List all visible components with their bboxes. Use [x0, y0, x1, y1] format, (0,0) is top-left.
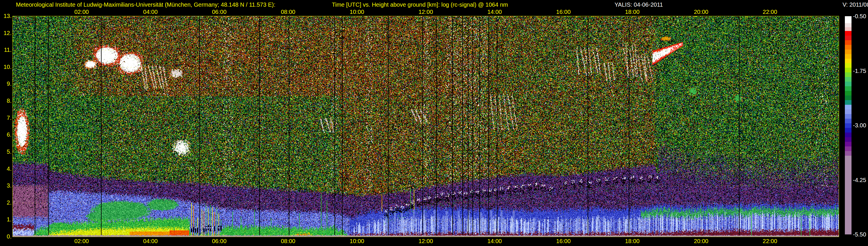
header-institute-title: Meteorological Institute of Ludwig-Maxim… [16, 1, 275, 8]
colorbar-segment [845, 72, 851, 77]
height-label: 12. [1, 30, 11, 36]
time-label-top: 12:00 [414, 9, 437, 16]
colorbar-segment [845, 110, 851, 114]
time-label-bottom: 12:00 [414, 238, 437, 245]
colorbar-segment [845, 86, 851, 91]
colorbar-segment [845, 31, 851, 36]
height-label: 9. [1, 81, 11, 87]
height-label: 3. [1, 182, 11, 189]
time-label-top: 06:00 [208, 9, 231, 16]
height-label: 0. [1, 233, 11, 240]
time-label-bottom: 14:00 [483, 238, 506, 245]
height-label: 7. [1, 115, 11, 121]
header-version: V: 2011/08/ [842, 1, 868, 8]
colorbar-segment [845, 50, 851, 54]
time-label-bottom: 04:00 [139, 238, 162, 245]
time-label-top: 18:00 [621, 9, 644, 16]
colorbar-segment [845, 91, 851, 95]
time-label-bottom: 08:00 [277, 238, 300, 245]
colorbar-segment [845, 45, 851, 50]
colorbar-segment [845, 114, 851, 119]
colorbar-segment [845, 151, 851, 156]
height-label: 4. [1, 165, 11, 172]
colorbar-segment [845, 68, 851, 72]
header-plot-title: Time [UTC] vs. Height above ground [km]:… [332, 1, 508, 8]
time-label-top: 20:00 [689, 9, 713, 16]
colorbar-segment [845, 156, 851, 235]
colorbar-segment [845, 16, 851, 23]
time-label-bottom: 06:00 [208, 238, 231, 245]
colorbar-segment [845, 95, 851, 100]
time-label-bottom: 20:00 [689, 238, 713, 245]
colorbar-segment [845, 119, 851, 123]
colorbar-segment [845, 27, 851, 31]
colorbar-segment [845, 105, 851, 110]
colorbar-segment [845, 23, 851, 27]
colorbar-tick-label: -4.25 [853, 177, 866, 183]
colorbar-segment [845, 59, 851, 63]
colorbar-segment [845, 123, 851, 128]
colorbar-segment [845, 54, 851, 59]
colorbar-segment [845, 77, 851, 82]
time-label-top: 14:00 [483, 9, 506, 16]
lidar-quicklook-page: Meteorological Institute of Ludwig-Maxim… [0, 0, 868, 246]
plot-frame [12, 16, 839, 237]
height-label: 1. [1, 216, 11, 223]
time-label-top: 10:00 [345, 9, 369, 16]
colorbar-segment [845, 40, 851, 45]
colorbar-segment [845, 63, 851, 68]
colorbar [845, 16, 851, 235]
colorbar-segment [845, 137, 851, 142]
time-label-bottom: 22:00 [758, 238, 781, 245]
height-label: 2. [1, 199, 11, 206]
height-label: 6. [1, 131, 11, 138]
time-label-bottom: 16:00 [552, 238, 575, 245]
time-label-top: 16:00 [552, 9, 575, 16]
colorbar-tick-label: -3.00 [853, 122, 866, 129]
colorbar-tick-label: -1.75 [853, 68, 866, 74]
height-label: 11. [1, 47, 11, 53]
time-label-bottom: 10:00 [345, 238, 369, 245]
colorbar-segment [845, 100, 851, 105]
height-label: 10. [1, 64, 11, 70]
colorbar-segment [845, 147, 851, 151]
time-label-top: 04:00 [139, 9, 162, 16]
lidar-heatmap-canvas [13, 16, 839, 237]
colorbar-tick-label: -0.50 [853, 13, 866, 20]
height-label: 13. [1, 13, 11, 20]
time-label-top: 02:00 [70, 9, 93, 16]
time-label-top: 22:00 [758, 9, 781, 16]
colorbar-segment [845, 36, 851, 40]
height-label: 5. [1, 149, 11, 155]
colorbar-tick-label: -5.50 [853, 231, 866, 238]
time-label-top: 08:00 [277, 9, 300, 16]
time-label-bottom: 02:00 [70, 238, 93, 245]
height-label: 8. [1, 97, 11, 104]
header-station-date: YALIS: 04-06-2011 [615, 1, 663, 8]
time-label-bottom: 18:00 [621, 238, 644, 245]
colorbar-segment [845, 142, 851, 147]
colorbar-segment [845, 132, 851, 137]
colorbar-segment [845, 82, 851, 86]
colorbar-segment [845, 128, 851, 132]
